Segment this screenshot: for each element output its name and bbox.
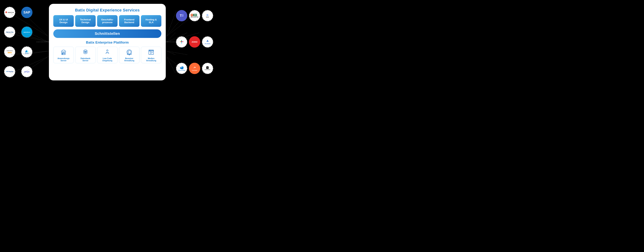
logo-stripe: stripe	[21, 66, 32, 77]
server-icon	[60, 49, 67, 56]
svg-rect-50	[180, 41, 181, 42]
svg-marker-47	[150, 52, 152, 54]
logo-zoho: ZOHO	[189, 36, 200, 48]
svg-point-32	[106, 50, 108, 51]
right-logos-grid: T M 365 Microsoft 365 G Suite	[174, 0, 215, 84]
svg-line-18	[166, 56, 175, 73]
logo-gsuite: G Suite	[202, 10, 213, 21]
service-card-geschaeft: Geschäfts- prozesse	[97, 15, 118, 27]
service-card-ux: UX & UI Design	[53, 15, 74, 27]
logo-paypal: PP PayPal	[4, 66, 15, 77]
logo-sap: SAP	[21, 7, 32, 18]
service-card-technical: Technical Design	[75, 15, 96, 27]
logo-proalpha: PROALPHA	[4, 26, 15, 38]
database-icon	[82, 49, 89, 56]
code-icon	[104, 49, 110, 56]
logo-azure: Azure	[21, 46, 32, 58]
service-card-hosting: Hosting & SLA	[141, 15, 161, 27]
logo-azuredevops: Azure DevOps	[176, 63, 187, 74]
platform-card-media: Medien Verwaltung	[141, 47, 161, 63]
logo-aws: powered by aws	[4, 46, 15, 58]
schnittstellen-bar: Schnittstellen	[53, 29, 161, 38]
logo-intellij: IJ IntelliJ IDEA	[202, 63, 213, 74]
svg-rect-51	[181, 40, 182, 41]
logo-slack	[176, 36, 187, 48]
svg-point-56	[195, 67, 196, 68]
service-card-frontend: Frontend Backend	[119, 15, 140, 27]
main-title: Batix Digital Experience Services	[75, 8, 140, 12]
logo-ms365: M 365 Microsoft 365	[189, 10, 200, 21]
svg-line-16	[166, 51, 175, 55]
svg-point-28	[62, 54, 62, 54]
logo-atlassian: ATLASSIAN	[202, 36, 213, 48]
platform-card-server: Anwendungs Server	[53, 47, 74, 63]
svg-line-13	[166, 33, 175, 42]
svg-point-29	[84, 50, 87, 51]
service-cards-row: UX & UI Design Technical Design Geschäft…	[53, 15, 161, 27]
platform-title: Batix Enterprise Plattform	[86, 40, 129, 44]
logo-abacus: ABACUS	[4, 7, 15, 18]
platform-card-user: Benutzer Verwaltung	[119, 47, 140, 63]
svg-rect-53	[181, 42, 182, 43]
platform-cards-row: Anwendungs Server Datenbank Server	[53, 47, 161, 63]
platform-card-db: Datenbank Server	[75, 47, 96, 63]
fingerprint-icon	[126, 49, 132, 56]
svg-point-24	[62, 50, 65, 52]
left-logos-grid: ABACUS SAP PROALPHA salesforce powered b…	[0, 0, 36, 84]
platform-card-lowcode: Low Code Umgebung	[97, 47, 118, 63]
logo-salesforce: salesforce	[21, 26, 32, 38]
svg-rect-52	[182, 41, 183, 42]
logo-postman: POSTMAN	[189, 63, 200, 74]
svg-point-27	[62, 53, 62, 54]
logo-teams: T	[176, 10, 187, 21]
svg-line-33	[107, 52, 108, 53]
svg-point-49	[182, 14, 184, 16]
film-icon	[148, 49, 154, 56]
svg-text:T: T	[180, 14, 182, 17]
main-container: ABACUS SAP PROALPHA salesforce powered b…	[0, 0, 215, 84]
center-panel: Batix Digital Experience Services UX & U…	[49, 4, 166, 80]
svg-rect-54	[181, 41, 182, 42]
